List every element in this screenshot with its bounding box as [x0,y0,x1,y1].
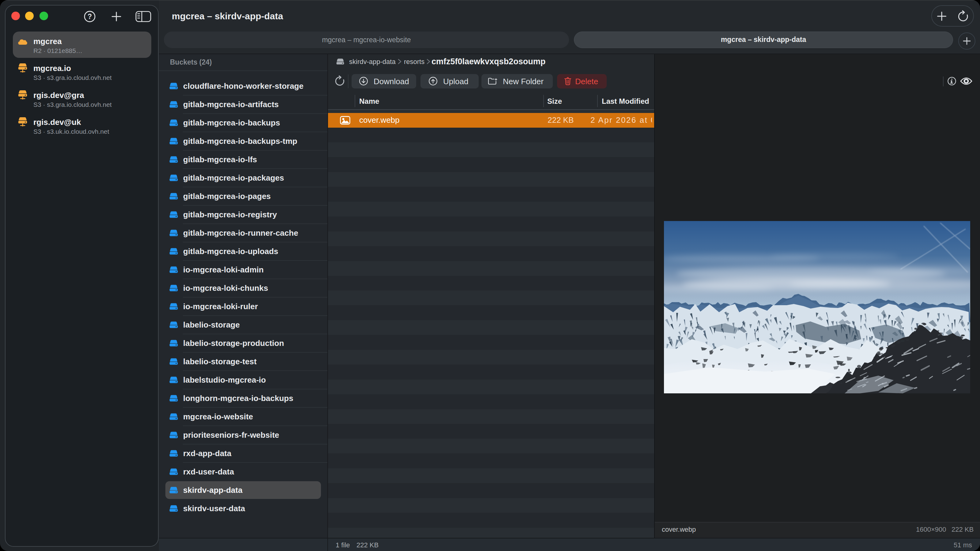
svg-text:?: ? [88,13,92,21]
